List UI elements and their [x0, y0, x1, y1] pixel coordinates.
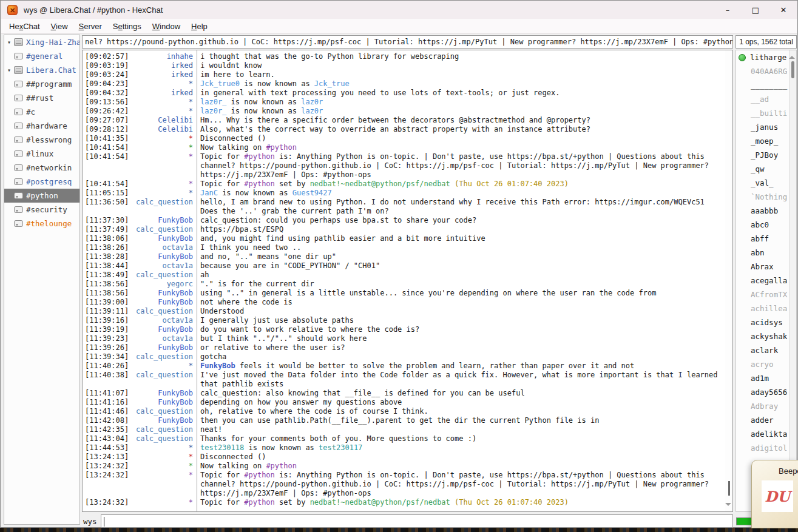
timestamp: [11:38:49] [83, 271, 130, 280]
user-list-item[interactable]: acidsys [736, 315, 796, 329]
userlist-scroll-up-icon[interactable] [789, 53, 795, 59]
tree-expander-icon[interactable]: ▾ [4, 39, 14, 45]
topic-input[interactable]: nel? https://pound-python.github.io | Co… [82, 35, 733, 49]
user-list-item[interactable]: litharge [736, 50, 796, 64]
user-list-item[interactable]: adigitol [736, 441, 796, 455]
user-list-item[interactable]: _moep_ [736, 134, 796, 148]
notification-logo: DU [762, 480, 793, 512]
menu-server[interactable]: Server [73, 20, 107, 33]
menu-settings[interactable]: Settings [107, 20, 147, 33]
server-icon [14, 66, 23, 74]
tree-expander-icon[interactable]: ▾ [4, 67, 14, 73]
minimize-button[interactable]: – [714, 1, 742, 19]
menu-help[interactable]: Help [186, 20, 213, 33]
channel-security[interactable]: #security [4, 203, 79, 217]
chat-scrollbar-thumb[interactable] [728, 481, 730, 496]
close-button[interactable]: ✕ [769, 1, 797, 19]
event-star: * [130, 462, 193, 471]
message-text: Topic for #python set by nedbat!~nedbat@… [193, 498, 725, 507]
timestamp: [11:36:50] [83, 198, 130, 216]
user-list-item[interactable]: adder [736, 413, 796, 427]
message-text: calc_question: also knowing that __file_… [193, 389, 725, 398]
message-segment-link: laz0r_ [200, 98, 226, 106]
message-text: Understood [193, 307, 725, 316]
user-list-item[interactable]: _qw [736, 162, 796, 176]
nick: octav1a [130, 334, 193, 343]
message-segment: ah [200, 271, 209, 279]
user-list-item[interactable]: Adbray [736, 399, 796, 413]
message-segment-teal: test230117 [319, 443, 362, 452]
chat-line: [11:38:28]FunkyBoband no, ".." means "on… [83, 252, 725, 261]
user-list-item[interactable]: acegalla [736, 274, 796, 288]
message-segment-host: nedbat!~nedbat@python/psf/nedbat [310, 498, 450, 507]
nick: Celelibi [130, 116, 193, 125]
user-list-item[interactable]: ad1m [736, 371, 796, 385]
maximize-button[interactable]: □ [742, 1, 769, 19]
message-text: laz0r_ is now known as laz0r [193, 107, 725, 116]
user-list-item[interactable]: _val_ [736, 176, 796, 190]
user-list-item[interactable]: achillea [736, 301, 796, 315]
user-list-item[interactable]: aday5656 [736, 385, 796, 399]
channel-hardware[interactable]: #hardware [4, 119, 79, 133]
timestamp: [11:41:46] [83, 407, 130, 416]
message-segment: Topic for [200, 180, 244, 188]
user-list-item[interactable]: _PJBoy [736, 148, 796, 162]
user-list-item[interactable]: `Nothing [736, 190, 796, 204]
message-text: Jck_true0 is now known as Jck_true [193, 79, 725, 89]
user-list-item[interactable]: abff [736, 232, 796, 246]
channel-rust[interactable]: ##rust [4, 91, 79, 105]
timestamp: [11:40:38] [83, 371, 130, 389]
channel-linux[interactable]: #linux [4, 147, 79, 161]
message-segment: because you are in "CODE_PYTHON" / "CH01… [200, 261, 380, 270]
nick: FunkyBob [130, 289, 193, 298]
chat-line: [11:42:35]calc_questionneat! [83, 425, 725, 434]
userlist-scrollbar[interactable] [789, 50, 796, 511]
userlist-scrollbar-thumb[interactable] [791, 61, 794, 78]
user-list-item[interactable]: Abrax [736, 260, 796, 274]
user-list-item[interactable]: 040AA6RG [736, 64, 796, 78]
user-list-item[interactable]: abn [736, 246, 796, 260]
chat-bubble-icon [14, 109, 23, 115]
channel-programm[interactable]: ##programm [4, 77, 79, 91]
tree-label: #python [26, 191, 58, 200]
channel-postgresq[interactable]: #postgresq [4, 175, 79, 189]
menu-window[interactable]: Window [147, 20, 186, 33]
message-segment: not where the code is [200, 298, 292, 306]
channel-networkin[interactable]: #networkin [4, 161, 79, 175]
notification-popup[interactable]: Beeper DU [751, 460, 798, 528]
menu-hexchat[interactable]: HexChat [4, 20, 46, 33]
timestamp: [11:38:44] [83, 261, 130, 271]
user-list-item[interactable]: acryo [736, 357, 796, 371]
message-input[interactable] [101, 514, 733, 528]
network-Xing-Hai-Zha[interactable]: ▾Xing-Hai-Zha [4, 35, 79, 49]
channel-c[interactable]: #c [4, 105, 79, 119]
user-list-item[interactable]: _janus [736, 120, 796, 134]
user-list-item[interactable]: aclark [736, 343, 796, 357]
event-star: * [130, 362, 193, 371]
event-star: * [130, 189, 193, 198]
user-list-item[interactable]: ________ [736, 78, 796, 92]
chat-scrollbar[interactable] [725, 50, 732, 511]
channel-python[interactable]: #python [4, 189, 79, 203]
channel-thelounge[interactable]: #thelounge [4, 217, 79, 231]
chat-line: [11:42:08]FunkyBobthen you can use pathl… [83, 416, 725, 425]
channel-general[interactable]: #general [4, 49, 79, 63]
menu-view[interactable]: View [46, 20, 73, 33]
message-segment: or relative to where the user is? [200, 343, 345, 352]
text-caret [104, 517, 104, 527]
user-list-item[interactable]: ACfromTX [736, 288, 796, 301]
user-list-item[interactable]: abc0 [736, 218, 796, 232]
user-list-item[interactable]: __builti [736, 106, 796, 120]
user-list-item[interactable]: __ad [736, 92, 796, 106]
user-nick: _val_ [751, 178, 774, 187]
own-nick-button[interactable]: wys [82, 517, 101, 526]
network-Libera.Chat[interactable]: ▾Libera.Chat [4, 63, 79, 77]
event-star: * [130, 98, 193, 107]
channel-lesswrong[interactable]: #lesswrong [4, 133, 79, 147]
chat-line: [13:24:13]*Disconnected () [83, 453, 725, 462]
user-list-item[interactable]: ackyshak [736, 329, 796, 343]
user-list-item[interactable]: aaabbb [736, 204, 796, 218]
tree-label: #hardware [26, 121, 67, 130]
chat-scroll-down-icon[interactable] [725, 503, 731, 509]
user-list-item[interactable]: adelikta [736, 427, 796, 441]
